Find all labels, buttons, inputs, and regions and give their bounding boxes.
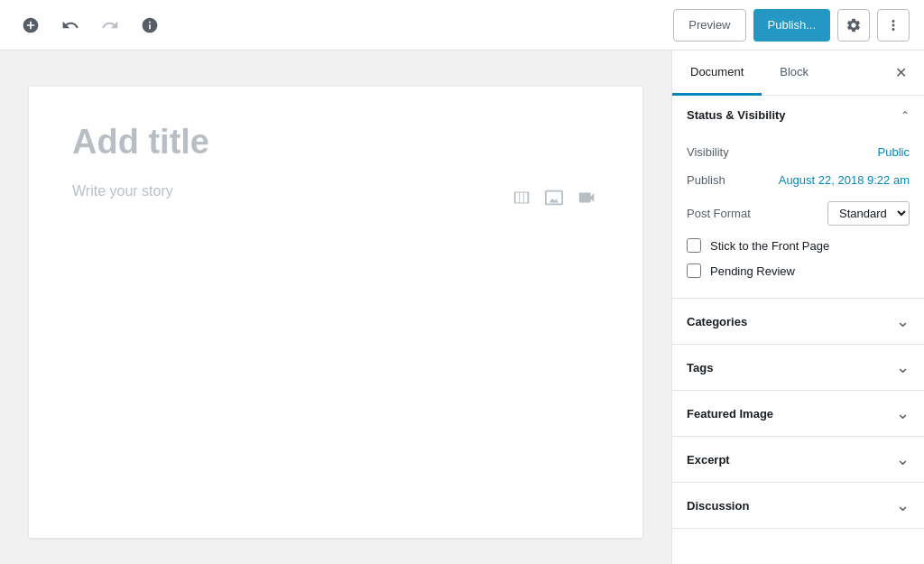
columns-block-icon[interactable] bbox=[509, 185, 534, 210]
pending-review-row: Pending Review bbox=[687, 258, 910, 283]
toolbar: Preview Publish... bbox=[0, 0, 924, 51]
visibility-row: Visibility Public bbox=[687, 138, 910, 166]
editor-title[interactable]: Add title bbox=[72, 123, 599, 162]
section-categories: Categories ⌄ bbox=[672, 299, 924, 345]
video-block-icon[interactable] bbox=[574, 185, 599, 210]
main-layout: Add title Write your story bbox=[0, 51, 924, 564]
add-block-button[interactable] bbox=[14, 9, 47, 42]
editor-area: Add title Write your story bbox=[0, 51, 671, 564]
section-tags: Tags ⌄ bbox=[672, 345, 924, 391]
plus-icon bbox=[22, 16, 40, 34]
section-excerpt: Excerpt ⌄ bbox=[672, 437, 924, 483]
sidebar-body: Status & Visibility ⌃ Visibility Public … bbox=[672, 96, 924, 564]
section-featured-image: Featured Image ⌄ bbox=[672, 391, 924, 437]
editor-body-area: Write your story bbox=[72, 183, 599, 210]
featured-image-header[interactable]: Featured Image ⌄ bbox=[672, 391, 924, 436]
featured-image-title: Featured Image bbox=[687, 407, 773, 421]
publish-label: Publish bbox=[687, 173, 725, 187]
publish-button[interactable]: Publish... bbox=[753, 9, 830, 42]
tab-block[interactable]: Block bbox=[762, 51, 827, 96]
stick-front-page-label: Stick to the Front Page bbox=[710, 239, 829, 253]
redo-icon bbox=[101, 16, 119, 34]
publish-row: Publish August 22, 2018 9:22 am bbox=[687, 166, 910, 194]
undo-icon bbox=[61, 16, 79, 34]
editor-body-placeholder[interactable]: Write your story bbox=[72, 183, 494, 199]
editor-content: Add title Write your story bbox=[29, 87, 642, 538]
gear-icon bbox=[845, 17, 862, 33]
tags-header[interactable]: Tags ⌄ bbox=[672, 345, 924, 390]
tags-title: Tags bbox=[687, 361, 713, 374]
visibility-label: Visibility bbox=[687, 145, 729, 159]
status-visibility-content: Visibility Public Publish August 22, 201… bbox=[672, 134, 924, 298]
featured-image-chevron-icon: ⌄ bbox=[896, 403, 910, 423]
stick-front-page-row: Stick to the Front Page bbox=[687, 233, 910, 258]
more-options-button[interactable] bbox=[877, 9, 910, 42]
pending-review-checkbox[interactable] bbox=[687, 264, 701, 278]
editor-block-icons bbox=[509, 185, 599, 210]
categories-chevron-icon: ⌄ bbox=[896, 311, 910, 331]
discussion-chevron-icon: ⌄ bbox=[896, 495, 910, 515]
publish-value[interactable]: August 22, 2018 9:22 am bbox=[779, 173, 910, 187]
categories-title: Categories bbox=[687, 315, 747, 328]
sidebar-close-button[interactable]: ✕ bbox=[888, 60, 913, 86]
settings-button[interactable] bbox=[837, 9, 870, 42]
image-block-icon[interactable] bbox=[541, 185, 567, 210]
section-discussion: Discussion ⌄ bbox=[672, 483, 924, 529]
discussion-header[interactable]: Discussion ⌄ bbox=[672, 483, 924, 528]
post-format-select[interactable]: Standard Aside Chat Gallery Link Image Q… bbox=[827, 201, 910, 226]
info-icon bbox=[141, 16, 159, 34]
post-format-row: Post Format Standard Aside Chat Gallery … bbox=[687, 194, 910, 233]
redo-button[interactable] bbox=[94, 9, 126, 42]
chevron-up-icon: ⌃ bbox=[901, 109, 910, 122]
info-button[interactable] bbox=[134, 9, 166, 42]
sidebar: Document Block ✕ Status & Visibility ⌃ V… bbox=[671, 51, 924, 564]
status-visibility-title: Status & Visibility bbox=[687, 108, 786, 122]
preview-button[interactable]: Preview bbox=[673, 9, 745, 42]
excerpt-title: Excerpt bbox=[687, 453, 730, 467]
ellipsis-icon bbox=[885, 17, 901, 33]
tab-document[interactable]: Document bbox=[672, 51, 762, 96]
toolbar-left bbox=[14, 9, 670, 42]
section-status-visibility: Status & Visibility ⌃ Visibility Public … bbox=[672, 96, 924, 299]
tags-chevron-icon: ⌄ bbox=[896, 357, 910, 377]
toolbar-right: Preview Publish... bbox=[673, 9, 910, 42]
excerpt-header[interactable]: Excerpt ⌄ bbox=[672, 437, 924, 482]
status-visibility-header[interactable]: Status & Visibility ⌃ bbox=[672, 96, 924, 134]
post-format-label: Post Format bbox=[687, 207, 751, 220]
stick-front-page-checkbox[interactable] bbox=[687, 238, 701, 253]
sidebar-header: Document Block ✕ bbox=[672, 51, 924, 96]
undo-button[interactable] bbox=[54, 9, 87, 42]
visibility-value[interactable]: Public bbox=[878, 145, 910, 159]
discussion-title: Discussion bbox=[687, 499, 749, 513]
categories-header[interactable]: Categories ⌄ bbox=[672, 299, 924, 344]
pending-review-label: Pending Review bbox=[710, 264, 795, 278]
excerpt-chevron-icon: ⌄ bbox=[896, 449, 910, 469]
